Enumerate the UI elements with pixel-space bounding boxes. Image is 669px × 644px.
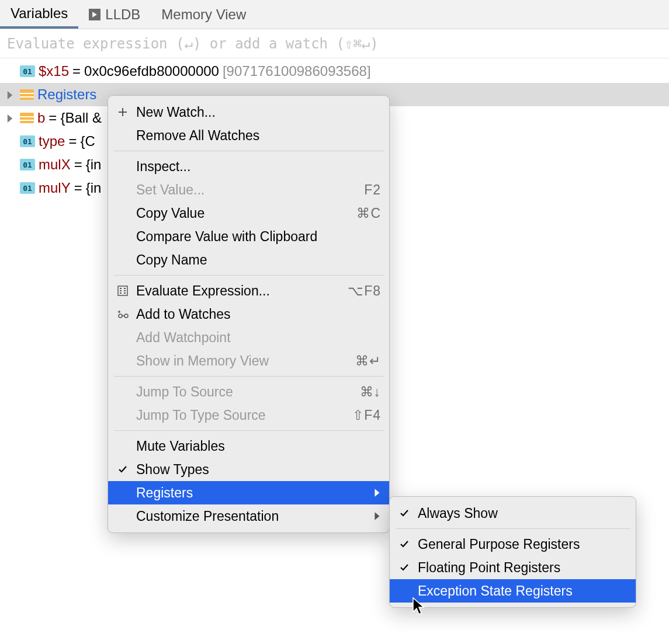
- check-icon: [115, 462, 130, 477]
- check-icon: [397, 560, 412, 575]
- submenu-exception-state-registers[interactable]: Exception State Registers: [390, 579, 636, 603]
- menu-label: Show in Memory View: [136, 353, 349, 369]
- tab-variables[interactable]: Variables: [0, 0, 78, 29]
- menu-label: Compare Value with Clipboard: [136, 229, 381, 245]
- menu-label: Registers: [136, 485, 368, 501]
- chevron-right-icon[interactable]: [4, 110, 16, 126]
- menu-add-watchpoint: Add Watchpoint: [108, 326, 389, 349]
- variable-value-decimal: [907176100986093568]: [223, 63, 371, 79]
- menu-shortcut: F2: [364, 182, 381, 198]
- equals-text: =: [68, 133, 77, 149]
- menu-copy-name[interactable]: Copy Name: [108, 248, 389, 271]
- menu-label: Mute Variables: [136, 438, 381, 454]
- menu-label: Copy Value: [136, 206, 351, 221]
- menu-show-in-memory: Show in Memory View ⌘↵: [108, 349, 389, 373]
- menu-label: Remove All Watches: [136, 128, 381, 144]
- glasses-plus-icon: [115, 307, 130, 322]
- menu-show-types[interactable]: Show Types: [108, 458, 389, 481]
- variable-value: {C: [80, 133, 95, 149]
- submenu-always-show[interactable]: Always Show: [390, 502, 636, 525]
- menu-inspect[interactable]: Inspect...: [108, 155, 389, 178]
- menu-separator: [114, 376, 383, 377]
- menu-copy-value[interactable]: Copy Value ⌘C: [108, 201, 389, 225]
- variable-name: mulY: [39, 180, 71, 196]
- chevron-right-icon[interactable]: [4, 86, 16, 103]
- equals-text: =: [72, 63, 81, 79]
- menu-label: Always Show: [418, 506, 628, 521]
- svg-rect-3: [120, 290, 122, 291]
- menu-add-to-watches[interactable]: Add to Watches: [108, 302, 389, 326]
- menu-label: General Purpose Registers: [418, 537, 628, 552]
- menu-shortcut: ⌥F8: [348, 283, 381, 299]
- svg-rect-2: [124, 288, 126, 289]
- menu-new-watch[interactable]: New Watch...: [108, 100, 389, 124]
- variable-row[interactable]: 01 $x15 = 0x0c96efdb80000000 [9071761009…: [0, 60, 669, 83]
- menu-label: Customize Presentation: [136, 509, 368, 524]
- menu-evaluate-expression[interactable]: Evaluate Expression... ⌥F8: [108, 279, 389, 302]
- menu-label: Floating Point Registers: [418, 560, 628, 576]
- menu-registers[interactable]: Registers: [108, 481, 389, 504]
- menu-separator: [114, 151, 383, 151]
- menu-label: Jump To Source: [136, 384, 354, 400]
- menu-shortcut: ⌘↓: [360, 384, 382, 400]
- variable-name: b: [37, 110, 45, 126]
- menu-label: Set Value...: [136, 182, 358, 198]
- menu-label: Add Watchpoint: [136, 330, 381, 346]
- menu-label: Jump To Type Source: [136, 408, 346, 423]
- calculator-icon: [115, 283, 130, 298]
- menu-customize-presentation[interactable]: Customize Presentation: [108, 504, 389, 528]
- menu-label: Exception State Registers: [418, 583, 628, 599]
- variable-name: Registers: [37, 86, 96, 103]
- menu-shortcut: ⇧F4: [352, 408, 381, 423]
- menu-compare-clipboard[interactable]: Compare Value with Clipboard: [108, 225, 389, 248]
- tab-lldb[interactable]: LLDB: [78, 0, 151, 29]
- svg-point-7: [119, 314, 122, 318]
- primitive-badge-icon: 01: [20, 182, 35, 194]
- menu-jump-to-source: Jump To Source ⌘↓: [108, 380, 389, 403]
- evaluate-expression-input[interactable]: Evaluate expression (↵) or add a watch (…: [0, 29, 669, 58]
- menu-shortcut: ⌘↵: [355, 353, 381, 369]
- menu-separator: [114, 430, 383, 431]
- menu-set-value: Set Value... F2: [108, 178, 389, 201]
- primitive-badge-icon: 01: [20, 159, 35, 170]
- menu-mute-variables[interactable]: Mute Variables: [108, 434, 389, 458]
- equals-text: =: [74, 156, 82, 173]
- tab-label: LLDB: [105, 6, 140, 23]
- tab-label: Variables: [11, 5, 68, 22]
- submenu-floating-point-registers[interactable]: Floating Point Registers: [390, 556, 636, 579]
- struct-badge-icon: [20, 89, 34, 100]
- tab-bar: Variables LLDB Memory View: [0, 0, 669, 29]
- menu-separator: [396, 528, 630, 529]
- run-icon: [89, 9, 100, 20]
- variable-name: type: [39, 133, 65, 149]
- plus-icon: [115, 105, 130, 120]
- tab-label: Memory View: [161, 6, 246, 23]
- check-icon: [397, 537, 412, 552]
- menu-label: Copy Name: [136, 252, 381, 268]
- primitive-badge-icon: 01: [20, 65, 35, 77]
- tab-memory-view[interactable]: Memory View: [151, 0, 256, 29]
- variable-value: {Ball &: [60, 110, 102, 126]
- chevron-right-icon: [374, 485, 381, 501]
- variable-name: mulX: [39, 156, 71, 173]
- menu-jump-to-type-source: Jump To Type Source ⇧F4: [108, 403, 389, 427]
- equals-text: =: [74, 180, 82, 196]
- submenu-general-purpose-registers[interactable]: General Purpose Registers: [390, 532, 636, 556]
- variable-value: {in: [86, 180, 102, 196]
- menu-label: Add to Watches: [136, 307, 381, 322]
- menu-label: Inspect...: [136, 159, 381, 175]
- menu-separator: [114, 275, 383, 276]
- variable-name: $x15: [39, 63, 69, 79]
- check-icon: [397, 506, 412, 521]
- svg-rect-5: [120, 293, 122, 294]
- chevron-right-icon: [374, 509, 381, 524]
- equals-text: =: [48, 110, 57, 126]
- struct-badge-icon: [20, 113, 34, 123]
- registers-submenu: Always Show General Purpose Registers Fl…: [389, 496, 636, 608]
- variable-value: 0x0c96efdb80000000: [84, 63, 219, 79]
- menu-label: Show Types: [136, 462, 381, 478]
- variable-value: {in: [86, 156, 102, 173]
- svg-rect-4: [124, 290, 126, 291]
- menu-remove-all-watches[interactable]: Remove All Watches: [108, 124, 389, 147]
- svg-rect-1: [120, 288, 122, 289]
